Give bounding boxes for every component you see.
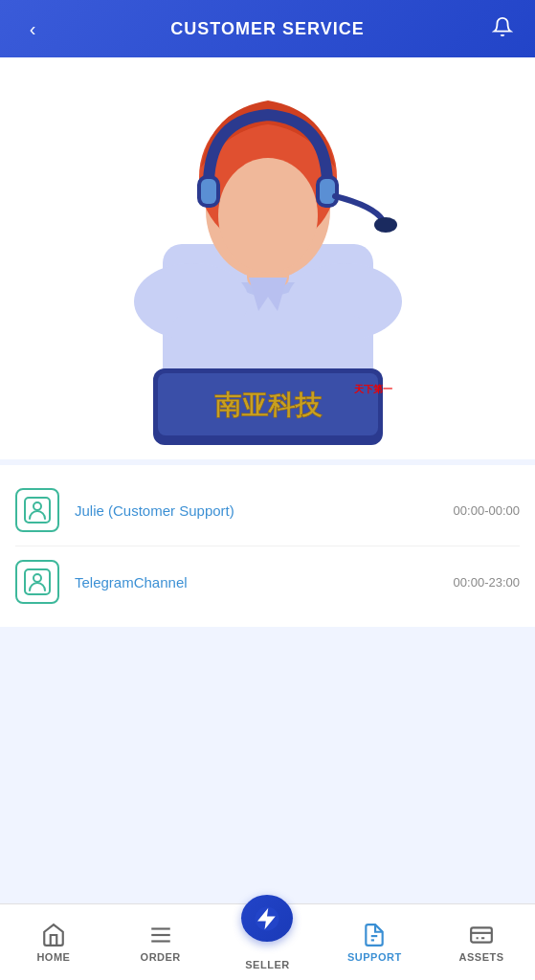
order-icon bbox=[148, 923, 173, 947]
nav-label-assets: ASSETS bbox=[459, 951, 504, 963]
back-button[interactable]: ‹ bbox=[17, 18, 48, 40]
support-item-julie[interactable]: Julie (Customer Support) 00:00-00:00 bbox=[15, 475, 520, 546]
agent-icon-telegram bbox=[15, 560, 59, 604]
home-icon bbox=[41, 923, 66, 947]
support-hours-julie: 00:00-00:00 bbox=[454, 503, 520, 518]
support-hours-telegram: 00:00-23:00 bbox=[454, 575, 520, 590]
svg-rect-13 bbox=[201, 179, 216, 204]
svg-point-18 bbox=[33, 502, 41, 510]
nav-label-home: HOME bbox=[36, 951, 70, 963]
nav-label-support: SUPPORT bbox=[347, 951, 402, 963]
svg-text:天下第一: 天下第一 bbox=[353, 384, 392, 394]
agent-icon-julie bbox=[15, 488, 59, 532]
svg-rect-27 bbox=[471, 927, 492, 942]
nav-item-seller[interactable]: SELLER bbox=[214, 895, 322, 970]
nav-item-order[interactable]: ORDER bbox=[107, 904, 214, 980]
svg-point-20 bbox=[33, 574, 41, 582]
assets-icon bbox=[469, 923, 494, 947]
bottom-nav: HOME ORDER SELLER bbox=[0, 903, 535, 980]
svg-text:南亚科技: 南亚科技 bbox=[214, 390, 323, 420]
nav-item-support[interactable]: SUPPORT bbox=[321, 904, 428, 980]
header: ‹ CUSTOMER SERVICE bbox=[0, 0, 535, 57]
bell-icon[interactable] bbox=[487, 16, 518, 42]
nav-label-seller: SELLER bbox=[245, 959, 289, 970]
svg-rect-15 bbox=[320, 179, 335, 204]
page-title: CUSTOMER SERVICE bbox=[48, 19, 487, 39]
nav-item-assets[interactable]: ASSETS bbox=[428, 904, 535, 980]
support-name-julie: Julie (Customer Support) bbox=[75, 502, 454, 519]
support-list: Julie (Customer Support) 00:00-00:00 Tel… bbox=[0, 465, 535, 627]
nav-item-home[interactable]: HOME bbox=[0, 904, 107, 980]
support-icon bbox=[362, 923, 387, 947]
support-item-telegram[interactable]: TelegramChannel 00:00-23:00 bbox=[15, 546, 520, 617]
illustration-area: 南亚科技 天下第一 bbox=[0, 57, 535, 459]
seller-icon bbox=[241, 895, 293, 942]
svg-point-16 bbox=[374, 217, 397, 233]
svg-point-11 bbox=[218, 158, 318, 273]
nav-label-order: ORDER bbox=[141, 951, 181, 963]
support-name-telegram: TelegramChannel bbox=[75, 574, 454, 590]
